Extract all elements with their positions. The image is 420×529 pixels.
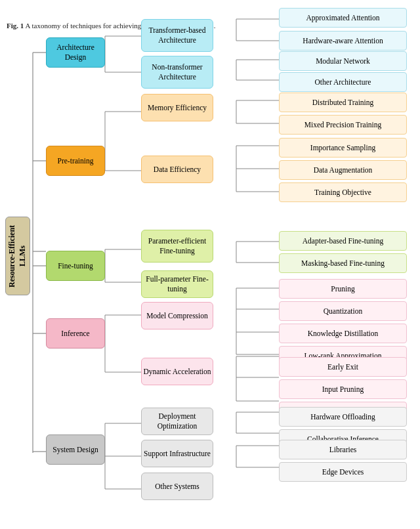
l3-masking: Masking-based Fine-tuning [279, 253, 407, 273]
fig-label: Fig. 1 [7, 22, 24, 30]
diagram: Resource-Efficient LLMs Architecture Des… [0, 0, 420, 33]
l3-quantization: Quantization [279, 301, 407, 321]
l3-augment: Data Augmentation [279, 160, 407, 180]
l3-libraries: Libraries [279, 440, 407, 459]
l3-modular: Modular Network [279, 51, 407, 71]
l2-nontransformer: Non-transformer Architecture [141, 56, 213, 89]
l1-finetuning: Fine-tuning [46, 251, 105, 281]
l2-support: Support Infrastructure [141, 440, 213, 467]
l2-deploy: Deployment Optimization [141, 408, 213, 435]
l3-edgedev: Edge Devices [279, 462, 407, 482]
l3-importance: Importance Sampling [279, 138, 407, 158]
l3-hwoffload: Hardware Offloading [279, 407, 407, 427]
l2-data: Data Efficiency [141, 156, 213, 183]
l1-pretraining: Pre-training [46, 146, 105, 176]
l3-distillation: Knowledge Distillation [279, 324, 407, 343]
l3-earlyexit: Early Exit [279, 357, 407, 377]
l3-approx: Approximated Attention [279, 8, 407, 28]
l3-hardware: Hardware-aware Attention [279, 31, 407, 51]
root-node: Resource-Efficient LLMs [5, 217, 30, 295]
l2-memory: Memory Efficiency [141, 94, 213, 121]
l3-distributed: Distributed Training [279, 93, 407, 112]
l2-othersys: Other Systems [141, 473, 213, 500]
l3-adapter: Adapter-based Fine-tuning [279, 231, 407, 251]
l2-modelcomp: Model Compression [141, 302, 213, 329]
l3-trainingobj: Training Objective [279, 182, 407, 202]
l2-fullparam: Full-parameter Fine-tuning [141, 270, 213, 298]
l3-inputpruning: Input Pruning [279, 379, 407, 399]
l1-system: System Design [46, 434, 105, 465]
l1-architecture: Architecture Design [46, 37, 105, 68]
l2-param: Parameter-efficient Fine-tuning [141, 230, 213, 263]
l3-pruning: Pruning [279, 279, 407, 299]
l2-transformer: Transformer-based Architecture [141, 19, 213, 52]
l2-dynaccel: Dynamic Acceleration [141, 358, 213, 385]
l1-inference: Inference [46, 318, 105, 349]
l3-mixed: Mixed Precision Training [279, 115, 407, 135]
l3-otherarch: Other Architecture [279, 72, 407, 92]
